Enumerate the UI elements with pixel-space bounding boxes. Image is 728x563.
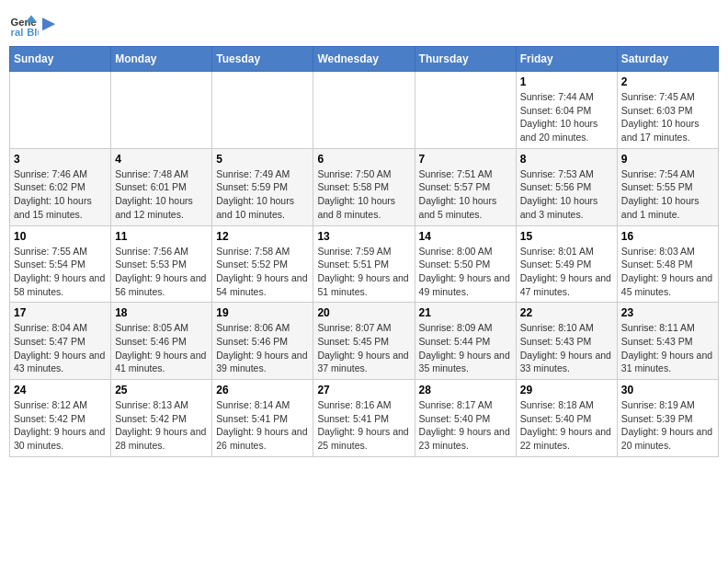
day-info: Sunrise: 8:07 AM Sunset: 5:45 PM Dayligh… (317, 321, 410, 375)
calendar-cell (111, 72, 212, 149)
day-number: 12 (216, 230, 309, 243)
day-info: Sunrise: 8:03 AM Sunset: 5:48 PM Dayligh… (621, 245, 714, 299)
day-number: 18 (115, 306, 208, 319)
day-number: 19 (216, 306, 309, 319)
calendar-cell: 18Sunrise: 8:05 AM Sunset: 5:46 PM Dayli… (111, 303, 212, 380)
day-info: Sunrise: 8:18 AM Sunset: 5:40 PM Dayligh… (520, 398, 613, 453)
day-info: Sunrise: 8:13 AM Sunset: 5:42 PM Dayligh… (115, 398, 208, 453)
day-number: 15 (520, 230, 613, 243)
calendar-cell (313, 72, 415, 149)
calendar-week-row: 10Sunrise: 7:55 AM Sunset: 5:54 PM Dayli… (10, 225, 719, 303)
day-number: 9 (621, 153, 714, 166)
calendar-cell: 27Sunrise: 8:16 AM Sunset: 5:41 PM Dayli… (313, 380, 415, 457)
day-number: 6 (317, 153, 410, 166)
day-number: 5 (216, 153, 309, 166)
column-header-friday: Friday (516, 47, 617, 72)
day-info: Sunrise: 8:09 AM Sunset: 5:44 PM Dayligh… (419, 321, 512, 375)
calendar-cell: 7Sunrise: 7:51 AM Sunset: 5:57 PM Daylig… (415, 148, 516, 225)
calendar-cell: 21Sunrise: 8:09 AM Sunset: 5:44 PM Dayli… (415, 303, 516, 380)
day-number: 13 (317, 230, 410, 243)
day-info: Sunrise: 7:56 AM Sunset: 5:53 PM Dayligh… (115, 245, 208, 299)
calendar-header-row: SundayMondayTuesdayWednesdayThursdayFrid… (10, 47, 719, 72)
calendar-cell: 23Sunrise: 8:11 AM Sunset: 5:43 PM Dayli… (617, 303, 718, 380)
day-info: Sunrise: 8:12 AM Sunset: 5:42 PM Dayligh… (14, 398, 107, 453)
calendar-cell: 3Sunrise: 7:46 AM Sunset: 6:02 PM Daylig… (10, 148, 111, 225)
day-info: Sunrise: 7:55 AM Sunset: 5:54 PM Dayligh… (14, 245, 107, 299)
calendar-cell (415, 72, 516, 149)
day-number: 10 (14, 230, 107, 243)
logo-icon: Gene ral Blue (9, 9, 39, 39)
calendar-cell (10, 72, 111, 149)
calendar-cell: 26Sunrise: 8:14 AM Sunset: 5:41 PM Dayli… (212, 380, 313, 457)
calendar-cell: 29Sunrise: 8:18 AM Sunset: 5:40 PM Dayli… (516, 380, 617, 457)
day-info: Sunrise: 8:19 AM Sunset: 5:39 PM Dayligh… (621, 398, 714, 453)
column-header-wednesday: Wednesday (313, 47, 415, 72)
day-info: Sunrise: 8:11 AM Sunset: 5:43 PM Dayligh… (621, 321, 714, 375)
calendar-cell: 11Sunrise: 7:56 AM Sunset: 5:53 PM Dayli… (111, 225, 212, 303)
day-number: 23 (621, 306, 714, 319)
calendar-cell: 22Sunrise: 8:10 AM Sunset: 5:43 PM Dayli… (516, 303, 617, 380)
day-info: Sunrise: 7:49 AM Sunset: 5:59 PM Dayligh… (216, 167, 309, 222)
day-number: 16 (621, 230, 714, 243)
calendar-cell: 20Sunrise: 8:07 AM Sunset: 5:45 PM Dayli… (313, 303, 415, 380)
column-header-thursday: Thursday (415, 47, 516, 72)
column-header-tuesday: Tuesday (212, 47, 313, 72)
day-info: Sunrise: 8:16 AM Sunset: 5:41 PM Dayligh… (317, 398, 410, 453)
calendar-cell: 5Sunrise: 7:49 AM Sunset: 5:59 PM Daylig… (212, 148, 313, 225)
page-header: Gene ral Blue ▶ (9, 9, 719, 39)
calendar-table: SundayMondayTuesdayWednesdayThursdayFrid… (9, 46, 719, 457)
day-info: Sunrise: 8:17 AM Sunset: 5:40 PM Dayligh… (419, 398, 512, 453)
calendar-cell: 28Sunrise: 8:17 AM Sunset: 5:40 PM Dayli… (415, 380, 516, 457)
calendar-cell: 10Sunrise: 7:55 AM Sunset: 5:54 PM Dayli… (10, 225, 111, 303)
day-number: 2 (621, 75, 714, 88)
day-info: Sunrise: 8:01 AM Sunset: 5:49 PM Dayligh… (520, 245, 613, 299)
calendar-week-row: 3Sunrise: 7:46 AM Sunset: 6:02 PM Daylig… (10, 148, 719, 225)
calendar-cell: 8Sunrise: 7:53 AM Sunset: 5:56 PM Daylig… (516, 148, 617, 225)
day-number: 30 (621, 384, 714, 396)
calendar-cell (212, 72, 313, 149)
logo-icon-triangle: ▶ (42, 15, 54, 32)
day-number: 1 (520, 75, 613, 88)
day-info: Sunrise: 7:53 AM Sunset: 5:56 PM Dayligh… (520, 167, 613, 222)
column-header-monday: Monday (111, 47, 212, 72)
day-number: 4 (115, 153, 208, 166)
calendar-cell: 19Sunrise: 8:06 AM Sunset: 5:46 PM Dayli… (212, 303, 313, 380)
day-info: Sunrise: 7:44 AM Sunset: 6:04 PM Dayligh… (520, 90, 613, 144)
day-info: Sunrise: 7:59 AM Sunset: 5:51 PM Dayligh… (317, 245, 410, 299)
day-number: 29 (520, 384, 613, 396)
calendar-cell: 4Sunrise: 7:48 AM Sunset: 6:01 PM Daylig… (111, 148, 212, 225)
day-info: Sunrise: 7:51 AM Sunset: 5:57 PM Dayligh… (419, 167, 512, 222)
calendar-cell: 24Sunrise: 8:12 AM Sunset: 5:42 PM Dayli… (10, 380, 111, 457)
calendar-cell: 16Sunrise: 8:03 AM Sunset: 5:48 PM Dayli… (617, 225, 718, 303)
day-info: Sunrise: 8:10 AM Sunset: 5:43 PM Dayligh… (520, 321, 613, 375)
day-info: Sunrise: 8:04 AM Sunset: 5:47 PM Dayligh… (14, 321, 107, 375)
day-number: 27 (317, 384, 410, 396)
day-number: 21 (419, 306, 512, 319)
day-number: 26 (216, 384, 309, 396)
column-header-sunday: Sunday (10, 47, 111, 72)
calendar-cell: 25Sunrise: 8:13 AM Sunset: 5:42 PM Dayli… (111, 380, 212, 457)
calendar-cell: 1Sunrise: 7:44 AM Sunset: 6:04 PM Daylig… (516, 72, 617, 149)
calendar-week-row: 24Sunrise: 8:12 AM Sunset: 5:42 PM Dayli… (10, 380, 719, 457)
calendar-cell: 14Sunrise: 8:00 AM Sunset: 5:50 PM Dayli… (415, 225, 516, 303)
day-info: Sunrise: 8:14 AM Sunset: 5:41 PM Dayligh… (216, 398, 309, 453)
calendar-week-row: 1Sunrise: 7:44 AM Sunset: 6:04 PM Daylig… (10, 72, 719, 149)
day-number: 22 (520, 306, 613, 319)
calendar-cell: 30Sunrise: 8:19 AM Sunset: 5:39 PM Dayli… (617, 380, 718, 457)
day-number: 20 (317, 306, 410, 319)
calendar-cell: 13Sunrise: 7:59 AM Sunset: 5:51 PM Dayli… (313, 225, 415, 303)
day-info: Sunrise: 7:50 AM Sunset: 5:58 PM Dayligh… (317, 167, 410, 222)
day-info: Sunrise: 7:46 AM Sunset: 6:02 PM Dayligh… (14, 167, 107, 222)
column-header-saturday: Saturday (617, 47, 718, 72)
day-number: 24 (14, 384, 107, 396)
calendar-cell: 17Sunrise: 8:04 AM Sunset: 5:47 PM Dayli… (10, 303, 111, 380)
svg-text:ral: ral (11, 27, 24, 38)
day-info: Sunrise: 7:58 AM Sunset: 5:52 PM Dayligh… (216, 245, 309, 299)
calendar-cell: 12Sunrise: 7:58 AM Sunset: 5:52 PM Dayli… (212, 225, 313, 303)
day-number: 28 (419, 384, 512, 396)
day-info: Sunrise: 7:48 AM Sunset: 6:01 PM Dayligh… (115, 167, 208, 222)
calendar-week-row: 17Sunrise: 8:04 AM Sunset: 5:47 PM Dayli… (10, 303, 719, 380)
day-info: Sunrise: 8:00 AM Sunset: 5:50 PM Dayligh… (419, 245, 512, 299)
logo: Gene ral Blue ▶ (9, 9, 54, 39)
day-info: Sunrise: 7:45 AM Sunset: 6:03 PM Dayligh… (621, 90, 714, 144)
